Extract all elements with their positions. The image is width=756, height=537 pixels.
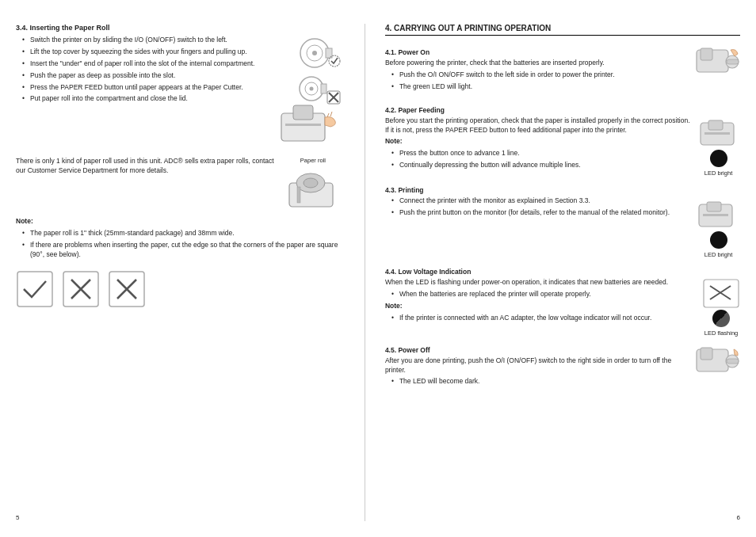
svg-rect-44 xyxy=(727,359,739,364)
section-42-bullet-1: Press the button once to advance 1 line. xyxy=(391,149,690,158)
power-off-icon xyxy=(693,341,740,381)
svg-rect-42 xyxy=(701,348,712,360)
section-43-bullet-1: Connect the printer with the monitor as … xyxy=(391,196,690,206)
note-header: Note: xyxy=(16,217,341,227)
section-45: 4.5. Power Off After you are done printi… xyxy=(385,340,740,390)
section-45-bullets: The LED will become dark. xyxy=(385,377,685,387)
svg-rect-14 xyxy=(285,124,321,126)
section-41-icon xyxy=(693,42,740,83)
bullet-5: Press the PAPER FEED button until paper … xyxy=(22,83,291,93)
right-section-title: 4. CARRYING OUT A PRINTING OPERATION xyxy=(385,24,740,36)
section-45-bullet-1: The LED will become dark. xyxy=(391,377,685,387)
section-44-bullets: When the batteries are replaced the prin… xyxy=(385,290,696,299)
svg-point-19 xyxy=(304,178,318,188)
svg-rect-13 xyxy=(293,105,313,120)
note-bullet-2: If there are problems when inserting the… xyxy=(22,241,341,260)
bullet-3: Insert the "under" end of paper roll int… xyxy=(22,59,291,69)
svg-line-16 xyxy=(330,112,332,116)
section-45-icon xyxy=(693,341,740,383)
section-43-bullets: Connect the printer with the monitor as … xyxy=(385,196,690,218)
section-42-note: Note: xyxy=(385,137,690,147)
section-43: 4.3. Printing Connect the printer with t… xyxy=(385,180,740,258)
svg-point-2 xyxy=(312,51,317,55)
led-bright-2 xyxy=(710,231,727,249)
section-41: 4.1. Power On Before powering the printe… xyxy=(385,42,740,95)
section-44: 4.4. Low Voltage Indication When the LED… xyxy=(385,261,740,337)
paper-roll-icon xyxy=(285,167,341,211)
section-45-intro: After you are done printing, push the O/… xyxy=(385,356,685,375)
svg-point-4 xyxy=(329,55,340,67)
section-42-text: Before you start the printing operation,… xyxy=(385,116,690,173)
led-flashing-label: LED flashing xyxy=(704,329,739,337)
led-bright-label-1: LED bright xyxy=(704,169,732,177)
svg-rect-34 xyxy=(704,132,730,135)
bullet-4: Push the paper as deep as possible into … xyxy=(22,71,291,81)
section-42-bullet-2: Continually depressing the button will a… xyxy=(391,161,690,170)
x-icon-1 xyxy=(62,270,100,308)
power-on-icon xyxy=(693,42,740,82)
section-44-note-bullet-1: If the printer is connected with an AC a… xyxy=(391,314,696,323)
section-43-led: LED bright xyxy=(697,198,740,258)
section-45-text: 4.5. Power Off After you are done printi… xyxy=(385,340,685,390)
paper-feed-icon xyxy=(697,116,740,150)
svg-rect-36 xyxy=(707,202,721,211)
paper-roll-section: There is only 1 kind of paper roll used … xyxy=(16,157,341,211)
svg-point-7 xyxy=(309,87,313,91)
low-voltage-icon xyxy=(702,278,740,310)
svg-rect-37 xyxy=(703,214,728,216)
printing-icon xyxy=(697,198,740,231)
section-41-intro: Before powering the printer, check that … xyxy=(385,59,685,68)
note-section: Note: The paper roll is 1" thick (25mm-s… xyxy=(16,217,341,263)
paper-roll-illustration: Paper roll xyxy=(285,157,341,211)
insert-illustration xyxy=(273,101,341,149)
bullet-1: Switch the printer on by sliding the I/O… xyxy=(22,36,291,45)
section-41-text: 4.1. Power On Before powering the printe… xyxy=(385,42,685,95)
svg-rect-31 xyxy=(727,59,739,64)
top-illustrations xyxy=(297,37,341,105)
led-bright-label-2: LED bright xyxy=(704,251,732,258)
section-44-led: LED flashing xyxy=(702,278,740,337)
section-42-title: 4.2. Paper Feeding xyxy=(385,106,740,114)
svg-rect-20 xyxy=(297,187,300,203)
bottom-icons xyxy=(16,270,341,308)
roll-wrong-icon xyxy=(297,73,341,105)
svg-rect-8 xyxy=(321,84,326,93)
section-43-title: 4.3. Printing xyxy=(385,186,740,194)
right-page-number: 6 xyxy=(385,514,740,521)
paper-roll-label: Paper roll xyxy=(300,157,326,166)
section-44-intro: When the LED is flashing under power-on … xyxy=(385,278,696,288)
led-flashing xyxy=(712,310,730,327)
section-43-bullet-2: Push the print button on the monitor (fo… xyxy=(391,208,690,218)
section-44-note-header: Note: xyxy=(385,302,696,311)
right-column: 4. CARRYING OUT A PRINTING OPERATION 4.1… xyxy=(365,24,740,521)
page-container: 3.4. Inserting the Paper Roll Switch the… xyxy=(0,0,756,537)
section-41-bullet-2: The green LED will light. xyxy=(391,82,685,92)
check-icon xyxy=(16,270,54,308)
section-41-bullet-1: Push the O/I ON/OFF switch to the left s… xyxy=(391,70,685,80)
section-34: 3.4. Inserting the Paper Roll Switch the… xyxy=(16,24,341,153)
x-icon-2 xyxy=(108,270,146,308)
left-column: 3.4. Inserting the Paper Roll Switch the… xyxy=(16,24,365,521)
section-42: 4.2. Paper Feeding Before you start the … xyxy=(385,100,740,177)
section-42-bullets: Press the button once to advance 1 line.… xyxy=(385,149,690,170)
svg-rect-29 xyxy=(701,48,712,60)
section-44-note-bullets: If the printer is connected with an AC a… xyxy=(385,314,696,323)
section-34-bullets: Switch the printer on by sliding the I/O… xyxy=(16,36,291,106)
section-42-led: LED bright xyxy=(697,116,740,177)
section-44-title: 4.4. Low Voltage Indication xyxy=(385,268,740,276)
paper-roll-note: There is only 1 kind of paper roll used … xyxy=(16,157,277,176)
note-bullets: The paper roll is 1" thick (25mm-standar… xyxy=(16,229,341,260)
section-41-title: 4.1. Power On xyxy=(385,48,685,56)
section-44-bullet-1: When the batteries are replaced the prin… xyxy=(391,290,696,299)
section-44-text: When the LED is flashing under power-on … xyxy=(385,278,696,327)
svg-rect-33 xyxy=(708,120,723,130)
section-43-text: Connect the printer with the monitor as … xyxy=(385,196,690,221)
bullet-2: Lift the top cover by squeezing the side… xyxy=(22,48,291,57)
section-34-title: 3.4. Inserting the Paper Roll xyxy=(16,24,341,32)
note-bullet-1: The paper roll is 1" thick (25mm-standar… xyxy=(22,229,341,238)
led-bright-1 xyxy=(710,150,727,167)
roll-correct-icon xyxy=(297,37,341,69)
bullet-6: Put paper roll into the compartment and … xyxy=(22,94,291,104)
section-41-bullets: Push the O/I ON/OFF switch to the left s… xyxy=(385,70,685,92)
svg-rect-21 xyxy=(17,272,52,307)
